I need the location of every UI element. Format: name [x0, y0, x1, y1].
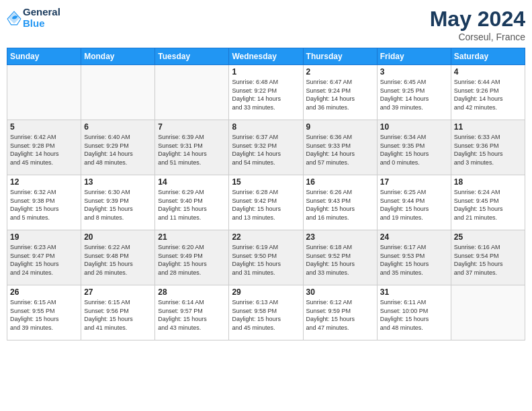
day-number: 24 [380, 232, 448, 242]
day-number: 9 [306, 122, 374, 132]
day-number: 17 [380, 177, 448, 187]
day-info: Sunrise: 6:34 AM Sunset: 9:35 PM Dayligh… [380, 133, 448, 167]
day-number: 16 [306, 177, 374, 187]
table-row: 14Sunrise: 6:29 AM Sunset: 9:40 PM Dayli… [155, 175, 229, 230]
table-row: 1Sunrise: 6:48 AM Sunset: 9:22 PM Daylig… [229, 65, 303, 120]
col-saturday: Saturday [451, 48, 525, 65]
day-info: Sunrise: 6:11 AM Sunset: 10:00 PM Daylig… [380, 298, 448, 332]
table-row: 13Sunrise: 6:30 AM Sunset: 9:39 PM Dayli… [81, 175, 155, 230]
table-row: 5Sunrise: 6:42 AM Sunset: 9:28 PM Daylig… [7, 120, 81, 175]
day-info: Sunrise: 6:30 AM Sunset: 9:39 PM Dayligh… [84, 188, 152, 222]
day-number: 13 [84, 177, 152, 187]
table-row: 4Sunrise: 6:44 AM Sunset: 9:26 PM Daylig… [451, 65, 525, 120]
day-info: Sunrise: 6:33 AM Sunset: 9:36 PM Dayligh… [454, 133, 522, 167]
table-row: 12Sunrise: 6:32 AM Sunset: 9:38 PM Dayli… [7, 175, 81, 230]
table-row: 19Sunrise: 6:23 AM Sunset: 9:47 PM Dayli… [7, 230, 81, 285]
table-row: 26Sunrise: 6:15 AM Sunset: 9:55 PM Dayli… [7, 285, 81, 340]
logo-text-line2: Blue [23, 18, 60, 30]
day-number: 10 [380, 122, 448, 132]
day-number: 25 [454, 232, 522, 242]
day-info: Sunrise: 6:26 AM Sunset: 9:43 PM Dayligh… [306, 188, 374, 222]
calendar-table: Sunday Monday Tuesday Wednesday Thursday… [7, 48, 525, 340]
col-tuesday: Tuesday [155, 48, 229, 65]
day-info: Sunrise: 6:42 AM Sunset: 9:28 PM Dayligh… [10, 133, 78, 167]
day-number: 12 [10, 177, 78, 187]
day-number: 22 [232, 232, 300, 242]
day-info: Sunrise: 6:44 AM Sunset: 9:26 PM Dayligh… [454, 78, 522, 111]
day-number: 7 [158, 122, 226, 132]
day-info: Sunrise: 6:39 AM Sunset: 9:31 PM Dayligh… [158, 133, 226, 167]
table-row: 6Sunrise: 6:40 AM Sunset: 9:29 PM Daylig… [81, 120, 155, 175]
table-row: 28Sunrise: 6:14 AM Sunset: 9:57 PM Dayli… [155, 285, 229, 340]
title-area: May 2024 Corseul, France [430, 7, 525, 42]
day-info: Sunrise: 6:25 AM Sunset: 9:44 PM Dayligh… [380, 188, 448, 222]
day-info: Sunrise: 6:48 AM Sunset: 9:22 PM Dayligh… [232, 78, 300, 111]
table-row [155, 65, 229, 120]
table-row: 15Sunrise: 6:28 AM Sunset: 9:42 PM Dayli… [229, 175, 303, 230]
calendar-week-row: 5Sunrise: 6:42 AM Sunset: 9:28 PM Daylig… [7, 120, 525, 175]
table-row [81, 65, 155, 120]
day-info: Sunrise: 6:29 AM Sunset: 9:40 PM Dayligh… [158, 188, 226, 222]
table-row: 22Sunrise: 6:19 AM Sunset: 9:50 PM Dayli… [229, 230, 303, 285]
col-sunday: Sunday [7, 48, 81, 65]
day-info: Sunrise: 6:13 AM Sunset: 9:58 PM Dayligh… [232, 298, 300, 332]
day-info: Sunrise: 6:47 AM Sunset: 9:24 PM Dayligh… [306, 78, 374, 111]
table-row: 11Sunrise: 6:33 AM Sunset: 9:36 PM Dayli… [451, 120, 525, 175]
table-row: 27Sunrise: 6:15 AM Sunset: 9:56 PM Dayli… [81, 285, 155, 340]
table-row: 7Sunrise: 6:39 AM Sunset: 9:31 PM Daylig… [155, 120, 229, 175]
table-row: 31Sunrise: 6:11 AM Sunset: 10:00 PM Dayl… [377, 285, 451, 340]
table-row: 16Sunrise: 6:26 AM Sunset: 9:43 PM Dayli… [303, 175, 377, 230]
calendar-week-row: 1Sunrise: 6:48 AM Sunset: 9:22 PM Daylig… [7, 65, 525, 120]
location: Corseul, France [430, 32, 525, 42]
day-number: 23 [306, 232, 374, 242]
table-row: 20Sunrise: 6:22 AM Sunset: 9:48 PM Dayli… [81, 230, 155, 285]
day-number: 29 [232, 287, 300, 297]
day-info: Sunrise: 6:15 AM Sunset: 9:55 PM Dayligh… [10, 298, 78, 332]
day-number: 4 [454, 67, 522, 77]
table-row: 29Sunrise: 6:13 AM Sunset: 9:58 PM Dayli… [229, 285, 303, 340]
table-row: 8Sunrise: 6:37 AM Sunset: 9:32 PM Daylig… [229, 120, 303, 175]
day-info: Sunrise: 6:37 AM Sunset: 9:32 PM Dayligh… [232, 133, 300, 167]
day-number: 14 [158, 177, 226, 187]
col-monday: Monday [81, 48, 155, 65]
table-row [451, 285, 525, 340]
table-row: 9Sunrise: 6:36 AM Sunset: 9:33 PM Daylig… [303, 120, 377, 175]
day-number: 8 [232, 122, 300, 132]
table-row: 10Sunrise: 6:34 AM Sunset: 9:35 PM Dayli… [377, 120, 451, 175]
page: General Blue May 2024 Corseul, France Su… [0, 0, 532, 411]
day-info: Sunrise: 6:19 AM Sunset: 9:50 PM Dayligh… [232, 243, 300, 277]
day-number: 6 [84, 122, 152, 132]
day-info: Sunrise: 6:24 AM Sunset: 9:45 PM Dayligh… [454, 188, 522, 222]
day-info: Sunrise: 6:32 AM Sunset: 9:38 PM Dayligh… [10, 188, 78, 222]
day-number: 19 [10, 232, 78, 242]
calendar-week-row: 19Sunrise: 6:23 AM Sunset: 9:47 PM Dayli… [7, 230, 525, 285]
day-info: Sunrise: 6:40 AM Sunset: 9:29 PM Dayligh… [84, 133, 152, 167]
day-info: Sunrise: 6:20 AM Sunset: 9:49 PM Dayligh… [158, 243, 226, 277]
table-row: 17Sunrise: 6:25 AM Sunset: 9:44 PM Dayli… [377, 175, 451, 230]
day-number: 26 [10, 287, 78, 297]
logo-text-line1: General [23, 7, 60, 18]
day-number: 3 [380, 67, 448, 77]
day-info: Sunrise: 6:16 AM Sunset: 9:54 PM Dayligh… [454, 243, 522, 277]
day-number: 5 [10, 122, 78, 132]
logo: General Blue [7, 7, 60, 29]
table-row: 30Sunrise: 6:12 AM Sunset: 9:59 PM Dayli… [303, 285, 377, 340]
day-number: 20 [84, 232, 152, 242]
day-info: Sunrise: 6:22 AM Sunset: 9:48 PM Dayligh… [84, 243, 152, 277]
day-info: Sunrise: 6:28 AM Sunset: 9:42 PM Dayligh… [232, 188, 300, 222]
day-number: 27 [84, 287, 152, 297]
day-info: Sunrise: 6:17 AM Sunset: 9:53 PM Dayligh… [380, 243, 448, 277]
day-info: Sunrise: 6:15 AM Sunset: 9:56 PM Dayligh… [84, 298, 152, 332]
day-info: Sunrise: 6:18 AM Sunset: 9:52 PM Dayligh… [306, 243, 374, 277]
day-info: Sunrise: 6:36 AM Sunset: 9:33 PM Dayligh… [306, 133, 374, 167]
table-row [7, 65, 81, 120]
calendar-week-row: 26Sunrise: 6:15 AM Sunset: 9:55 PM Dayli… [7, 285, 525, 340]
day-number: 18 [454, 177, 522, 187]
header: General Blue May 2024 Corseul, France [7, 7, 525, 42]
col-friday: Friday [377, 48, 451, 65]
col-wednesday: Wednesday [229, 48, 303, 65]
day-info: Sunrise: 6:23 AM Sunset: 9:47 PM Dayligh… [10, 243, 78, 277]
table-row: 21Sunrise: 6:20 AM Sunset: 9:49 PM Dayli… [155, 230, 229, 285]
day-number: 28 [158, 287, 226, 297]
day-number: 2 [306, 67, 374, 77]
